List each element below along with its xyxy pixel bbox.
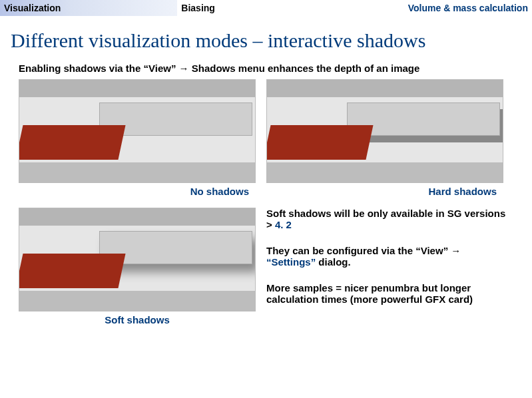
- image-no-shadows: [19, 79, 256, 183]
- note-samples: More samples = nicer penumbra but longer…: [266, 282, 506, 305]
- caption-no-shadows: No shadows: [19, 183, 256, 204]
- note-soft-availability: Soft shadows will be only available in S…: [266, 208, 506, 230]
- note-settings-dialog: They can be configured via the “View” → …: [266, 245, 506, 268]
- intro-text: Enabling shadows via the “View” → Shadow…: [0, 59, 532, 79]
- section-tabs: Visualization Biasing Volume & mass calc…: [0, 0, 532, 16]
- image-hard-shadows: [266, 79, 503, 183]
- caption-soft-shadows: Soft shadows: [19, 311, 256, 332]
- page-title: Different visualization modes – interact…: [0, 16, 532, 59]
- tab-volume-mass[interactable]: Volume & mass calculation: [355, 0, 532, 16]
- tab-visualization[interactable]: Visualization: [0, 0, 177, 16]
- caption-hard-shadows: Hard shadows: [266, 183, 503, 204]
- tab-biasing[interactable]: Biasing: [177, 0, 354, 16]
- notes-panel: Soft shadows will be only available in S…: [266, 208, 506, 332]
- image-soft-shadows: [19, 208, 256, 311]
